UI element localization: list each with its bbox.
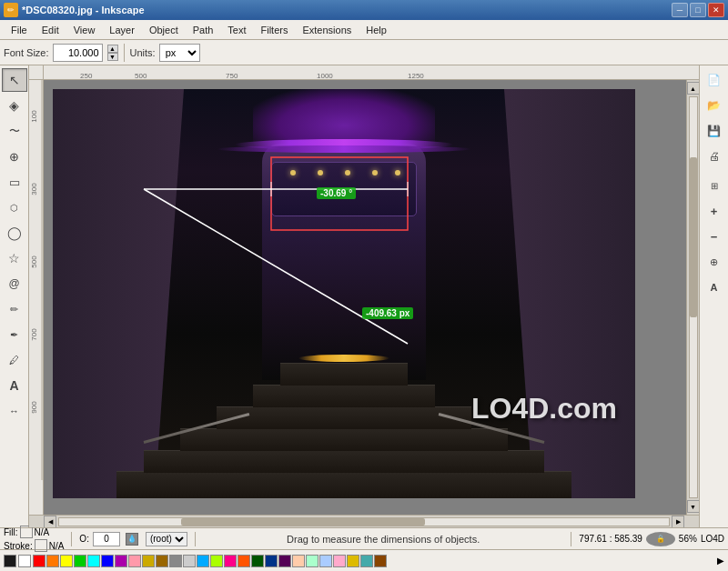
- menu-extensions[interactable]: Extensions: [295, 23, 359, 37]
- palette-purple[interactable]: [115, 555, 127, 567]
- palette-rosepink[interactable]: [333, 555, 346, 567]
- palette-teal[interactable]: [360, 555, 373, 567]
- units-select[interactable]: px mm in pt: [159, 44, 200, 62]
- palette-lime[interactable]: [210, 555, 223, 567]
- menu-filters[interactable]: Filters: [254, 23, 296, 37]
- palette-sienna[interactable]: [374, 555, 387, 567]
- menu-path[interactable]: Path: [186, 23, 221, 37]
- ruler-corner: [29, 65, 44, 80]
- palette-black[interactable]: [4, 555, 16, 567]
- tweak-tool-button[interactable]: 〜: [2, 119, 27, 143]
- layer-select[interactable]: (root): [146, 532, 187, 546]
- zoom-in-button[interactable]: +: [702, 199, 727, 223]
- ruler-left: 100 300 500 700 900: [29, 80, 44, 515]
- palette-yellow[interactable]: [60, 555, 73, 567]
- palette-mintgreen[interactable]: [306, 555, 318, 567]
- stair-6: [280, 363, 408, 386]
- measure-tool-button[interactable]: ↔: [2, 399, 27, 423]
- fill-color-box[interactable]: [20, 526, 33, 538]
- zoom-tool-button[interactable]: ⊕: [2, 145, 27, 168]
- palette-green[interactable]: [74, 555, 86, 567]
- zoom-extra: LO4D: [701, 534, 724, 544]
- pen-tool-button[interactable]: ✒: [2, 323, 27, 346]
- ruler-top: 250 500 750 1000 1250: [29, 65, 699, 80]
- text-tool-button[interactable]: A: [2, 374, 27, 397]
- photo-canvas: -30.69 ° -409.63 px LO4D.com: [53, 89, 635, 498]
- minimize-button[interactable]: ─: [672, 3, 688, 17]
- horizontal-scrollbar[interactable]: ◀ ▶: [29, 515, 699, 527]
- scroll-left-arrow[interactable]: ◀: [44, 516, 56, 528]
- color-indicators: Fill: N/A Stroke: N/A: [4, 526, 64, 552]
- menu-help[interactable]: Help: [359, 23, 394, 37]
- palette-orange[interactable]: [46, 555, 59, 567]
- font-size-label: Font Size:: [4, 47, 49, 58]
- menu-file[interactable]: File: [4, 23, 35, 37]
- rect-tool-button[interactable]: ▭: [2, 170, 27, 194]
- open-button[interactable]: 📂: [702, 94, 727, 117]
- font-size-input[interactable]: [53, 44, 103, 62]
- zoom-out-button[interactable]: −: [702, 225, 727, 248]
- palette-hotpink[interactable]: [224, 555, 237, 567]
- text-tool-right[interactable]: A: [702, 275, 727, 299]
- palette-darkblue[interactable]: [265, 555, 278, 567]
- menu-view[interactable]: View: [66, 23, 103, 37]
- palette-periwinkle[interactable]: [319, 555, 332, 567]
- font-size-up[interactable]: ▲: [107, 45, 118, 53]
- canvas-wrapper: 100 300 500 700 900: [29, 80, 699, 515]
- hscroll-track[interactable]: [58, 517, 670, 526]
- pencil-tool-button[interactable]: ✏: [2, 297, 27, 321]
- calligraphy-tool-button[interactable]: 🖊: [2, 348, 27, 372]
- vertical-scrollbar[interactable]: ▲ ▼: [686, 80, 699, 515]
- close-button[interactable]: ✕: [708, 3, 724, 17]
- fill-value: N/A: [35, 527, 50, 537]
- print-button[interactable]: 🖨: [702, 145, 727, 168]
- palette-gold[interactable]: [142, 555, 155, 567]
- palette-darkpurple[interactable]: [278, 555, 291, 567]
- save-button[interactable]: 💾: [702, 119, 727, 143]
- palette-red[interactable]: [33, 555, 46, 567]
- zoom-fit-button[interactable]: ⊞: [702, 174, 727, 197]
- palette-lightgray[interactable]: [183, 555, 196, 567]
- palette-darkorange[interactable]: [238, 555, 250, 567]
- menu-edit[interactable]: Edit: [35, 23, 66, 37]
- fill-label: Fill:: [4, 527, 18, 537]
- box3d-tool-button[interactable]: ⬡: [2, 195, 27, 219]
- toolbar-separator: [124, 44, 125, 62]
- scroll-right-arrow[interactable]: ▶: [672, 516, 684, 528]
- stroke-color-box[interactable]: [35, 539, 47, 552]
- menu-text[interactable]: Text: [220, 23, 253, 37]
- palette-gray[interactable]: [169, 555, 182, 567]
- palette-brown[interactable]: [156, 555, 168, 567]
- select-tool-button[interactable]: ↖: [2, 68, 27, 92]
- ellipse-tool-button[interactable]: ◯: [2, 221, 27, 245]
- palette-scroll-right[interactable]: ▶: [717, 556, 724, 566]
- canvas-content[interactable]: -30.69 ° -409.63 px LO4D.com: [44, 80, 686, 515]
- palette-skyblue[interactable]: [197, 555, 209, 567]
- font-size-down[interactable]: ▼: [107, 53, 118, 61]
- palette-peach[interactable]: [292, 555, 305, 567]
- dropper-icon[interactable]: 💧: [126, 533, 138, 546]
- palette-mustard[interactable]: [347, 555, 359, 567]
- ruler-mark: 1000: [317, 72, 333, 80]
- palette-darkgreen[interactable]: [251, 555, 264, 567]
- palette-blue[interactable]: [101, 555, 114, 567]
- scroll-up-arrow[interactable]: ▲: [687, 82, 700, 95]
- watermark-text: LO4D.com: [471, 392, 617, 426]
- snap-button[interactable]: ⊕: [702, 250, 727, 274]
- new-button[interactable]: 📄: [702, 68, 727, 92]
- system-tray-icon: 🔒: [646, 532, 675, 546]
- palette-pink[interactable]: [128, 555, 141, 567]
- palette-cyan[interactable]: [87, 555, 100, 567]
- node-tool-button[interactable]: ◈: [2, 94, 27, 117]
- vscroll-track[interactable]: [689, 96, 698, 498]
- coord-display: 797.61 : 585.39: [579, 534, 642, 544]
- star-tool-button[interactable]: ☆: [2, 246, 27, 270]
- opacity-input[interactable]: [93, 532, 120, 546]
- maximize-button[interactable]: □: [690, 3, 706, 17]
- scroll-down-arrow[interactable]: ▼: [687, 500, 700, 513]
- palette-white[interactable]: [18, 555, 31, 567]
- menu-object[interactable]: Object: [142, 23, 186, 37]
- left-toolbar: ↖ ◈ 〜 ⊕ ▭ ⬡ ◯ ☆ @ ✏ ✒ 🖊 A ↔: [0, 65, 29, 527]
- menu-layer[interactable]: Layer: [102, 23, 142, 37]
- spiral-tool-button[interactable]: @: [2, 272, 27, 296]
